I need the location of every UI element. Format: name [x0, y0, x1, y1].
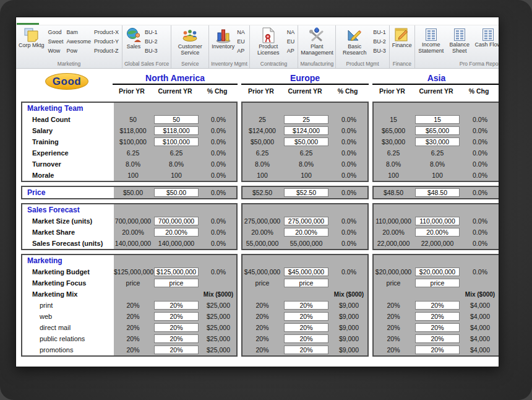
- current-yr-input[interactable]: [284, 346, 328, 354]
- current-yr-cell: [152, 301, 200, 310]
- pct-chg-value: 0.0%: [200, 268, 236, 276]
- income-statement-button[interactable]: Income Statement: [417, 27, 445, 54]
- prior-yr-value: 20.00%: [242, 228, 282, 236]
- current-yr-input[interactable]: [284, 279, 328, 287]
- research-bu-1-button[interactable]: BU-1: [372, 28, 387, 36]
- bu-1-button[interactable]: BU-1: [144, 28, 159, 36]
- current-yr-input[interactable]: [154, 228, 199, 237]
- inventory-eu-button[interactable]: EU: [236, 38, 246, 45]
- table-row: Mix ($000): [374, 289, 499, 300]
- row-label: web: [22, 311, 114, 322]
- current-yr-input[interactable]: [415, 323, 460, 332]
- current-yr-input[interactable]: [415, 137, 460, 146]
- prior-yr-value: $30,000: [374, 138, 413, 146]
- inventory-ap-button[interactable]: AP: [236, 47, 246, 54]
- current-yr-input[interactable]: [154, 301, 199, 310]
- current-yr-input[interactable]: [154, 126, 199, 135]
- current-yr-input[interactable]: [284, 217, 328, 225]
- current-yr-input[interactable]: [415, 334, 460, 343]
- current-yr-input[interactable]: [284, 323, 328, 332]
- row-values: $100,0000.0%: [114, 136, 236, 147]
- menu-item-product-x[interactable]: Product-X: [93, 28, 120, 36]
- current-yr-input[interactable]: [415, 267, 460, 276]
- current-yr-input[interactable]: [415, 228, 460, 237]
- menu-item-bam[interactable]: Bam: [66, 28, 92, 36]
- current-yr-input[interactable]: [415, 126, 460, 135]
- current-yr-input[interactable]: [154, 115, 199, 124]
- current-yr-input[interactable]: [284, 188, 328, 197]
- inventory-button[interactable]: Inventory: [211, 27, 235, 50]
- good-logo: Good: [45, 73, 88, 90]
- sales-button[interactable]: Sales: [124, 27, 143, 50]
- current-yr-input[interactable]: [415, 346, 460, 354]
- balance-sheet-button[interactable]: Balance Sheet: [445, 27, 474, 54]
- row-values: price: [114, 277, 236, 289]
- current-yr-input[interactable]: [284, 115, 328, 124]
- current-yr-input[interactable]: [284, 126, 328, 135]
- current-yr-input[interactable]: [415, 188, 460, 197]
- table-row: direct mail20%$25,000: [22, 322, 236, 333]
- menu-item-product-z[interactable]: Product-Z: [93, 47, 120, 54]
- current-yr-cell: [413, 188, 461, 197]
- contracting-eu-button[interactable]: EU: [286, 38, 296, 45]
- current-yr-cell: [413, 115, 461, 124]
- contracting-ap-button[interactable]: AP: [286, 47, 296, 54]
- pct-chg-value: $9,000: [330, 346, 367, 354]
- current-yr-input[interactable]: [284, 228, 328, 237]
- current-yr-input[interactable]: [154, 217, 199, 225]
- current-yr-input[interactable]: [415, 217, 460, 225]
- current-yr-input[interactable]: [154, 346, 199, 354]
- current-yr-input[interactable]: [284, 267, 328, 276]
- current-yr-input[interactable]: [415, 279, 460, 287]
- section-marketing-team-na: Marketing TeamHead Count500.0%Salary$118…: [21, 102, 238, 182]
- current-yr-cell: [413, 312, 461, 321]
- table-row: [374, 103, 499, 114]
- current-yr-cell: 55,000,000: [282, 240, 330, 247]
- bu-3-button[interactable]: BU-3: [144, 47, 159, 54]
- column-europe: Europe Prior YR Current YR % Chg 250.0%$…: [241, 72, 369, 360]
- inventory-na-button[interactable]: NA: [236, 28, 246, 36]
- current-yr-input[interactable]: [154, 334, 199, 343]
- current-yr-input[interactable]: [284, 312, 328, 321]
- table-row: $48.500.0%: [374, 187, 499, 198]
- customer-service-button[interactable]: Customer Service: [173, 27, 207, 56]
- menu-item-sweet[interactable]: Sweet: [47, 38, 65, 45]
- current-yr-input[interactable]: [284, 334, 328, 343]
- menu-item-awesome[interactable]: Awesome: [66, 38, 92, 45]
- product-licenses-button[interactable]: Product Licenses: [252, 27, 285, 56]
- current-yr-input[interactable]: [284, 137, 328, 146]
- research-bu-3-button[interactable]: BU-3: [372, 47, 387, 54]
- group-label: Inventory Mgmt: [209, 60, 249, 68]
- current-yr-input[interactable]: [154, 267, 199, 276]
- basic-research-button[interactable]: Basic Research: [338, 27, 371, 56]
- contracting-na-button[interactable]: NA: [286, 28, 296, 36]
- current-yr-input[interactable]: [415, 115, 460, 124]
- cash-flow-button[interactable]: Cash Flow: [474, 27, 499, 48]
- corp-mktg-button[interactable]: Corp Mktg: [18, 27, 45, 49]
- prior-yr-value: 25: [242, 116, 282, 123]
- row-values: [374, 103, 499, 114]
- prior-yr-value: $50,000: [242, 138, 282, 146]
- menu-item-product-y[interactable]: Product-Y: [93, 38, 120, 45]
- current-yr-input[interactable]: [154, 188, 199, 197]
- current-yr-input[interactable]: [415, 301, 460, 310]
- menu-item-wow[interactable]: Wow: [47, 47, 65, 54]
- menu-item-pow[interactable]: Pow: [66, 47, 92, 54]
- current-yr-input[interactable]: [154, 323, 199, 332]
- col-header-pct-chg: % Chg: [329, 87, 366, 95]
- menu-item-good[interactable]: Good: [47, 28, 65, 36]
- current-yr-input[interactable]: [154, 137, 199, 146]
- row-values: 20%$9,000: [242, 311, 367, 322]
- current-yr-input[interactable]: [154, 279, 199, 287]
- finance-button[interactable]: Finance: [392, 27, 413, 49]
- bu-2-button[interactable]: BU-2: [144, 38, 159, 45]
- current-yr-input[interactable]: [284, 301, 328, 310]
- plant-management-button[interactable]: Plant Management: [300, 27, 333, 56]
- current-yr-input[interactable]: [415, 312, 460, 321]
- research-bu-2-button[interactable]: BU-2: [372, 38, 387, 45]
- current-yr-cell: [413, 137, 461, 146]
- row-values: [374, 204, 499, 215]
- prior-yr-value: 20%: [242, 346, 282, 354]
- prior-yr-value: $125,000,000: [114, 268, 152, 276]
- current-yr-input[interactable]: [154, 312, 199, 321]
